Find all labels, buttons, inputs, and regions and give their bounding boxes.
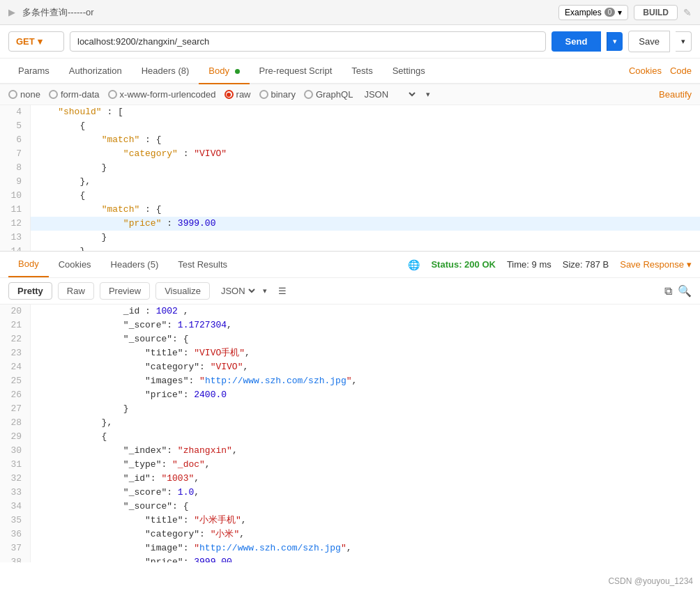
form-data-radio[interactable]: [49, 90, 58, 99]
send-button[interactable]: Send: [551, 31, 602, 52]
graphql-option[interactable]: GraphQL: [304, 89, 353, 100]
urlencoded-option[interactable]: x-www-form-urlencoded: [108, 89, 216, 100]
none-label: none: [20, 89, 40, 100]
line-num-9: 9: [0, 175, 31, 189]
resp-line-22: 22 "_source": {: [0, 332, 700, 346]
copy-icon[interactable]: ⧉: [664, 285, 672, 298]
binary-radio[interactable]: [259, 90, 268, 99]
resp-line-29: 29 {: [0, 430, 700, 444]
tab-authorization[interactable]: Authorization: [59, 59, 132, 84]
line-num-7: 7: [0, 147, 31, 161]
expand-arrow-icon[interactable]: ▶: [8, 7, 15, 17]
resp-format-select[interactable]: JSON Text HTML XML: [218, 285, 257, 297]
line-content-9: },: [31, 175, 91, 189]
format-dropdown-icon: ▾: [426, 90, 430, 99]
cookies-link[interactable]: Cookies: [629, 66, 662, 76]
resp-line-content-23: "title": "VIVO手机",: [31, 346, 250, 360]
urlencoded-radio[interactable]: [108, 90, 117, 99]
resp-line-content-37: "image": "http://www.szh.com/szh.jpg",: [31, 541, 352, 555]
resp-line-num-29: 29: [0, 430, 31, 444]
format-preview-button[interactable]: Preview: [100, 282, 150, 300]
resp-tab-headers[interactable]: Headers (5): [101, 252, 169, 277]
resp-line-38: 38 "price": 3999.00: [0, 555, 700, 562]
line-content-5: {: [31, 119, 85, 133]
body-type-bar: none form-data x-www-form-urlencoded raw…: [0, 84, 700, 105]
format-pretty-button[interactable]: Pretty: [8, 282, 52, 300]
code-line-6: 6 "match" : {: [0, 133, 700, 147]
resp-line-content-31: "_type": "_doc",: [31, 458, 211, 472]
method-select[interactable]: GET ▾: [8, 31, 64, 52]
code-link[interactable]: Code: [670, 66, 692, 76]
line-content-13: }: [31, 231, 107, 245]
tab-headers[interactable]: Headers (8): [132, 59, 199, 84]
none-option[interactable]: none: [8, 89, 40, 100]
top-bar: ▶ 多条件查询------or Examples 0 ▾ BUILD ✎: [0, 0, 700, 25]
examples-label: Examples: [565, 8, 602, 17]
resp-line-num-28: 28: [0, 416, 31, 430]
tab-body[interactable]: Body: [199, 59, 249, 84]
resp-line-33: 33 "_score": 1.0,: [0, 486, 700, 500]
save-response-button[interactable]: Save Response ▾: [620, 259, 692, 270]
line-num-6: 6: [0, 133, 31, 147]
tab-tests[interactable]: Tests: [342, 59, 382, 84]
pencil-icon[interactable]: ✎: [683, 7, 692, 18]
tab-pre-request-script[interactable]: Pre-request Script: [250, 59, 342, 84]
line-num-8: 8: [0, 161, 31, 175]
save-response-label: Save Response: [620, 259, 684, 270]
save-response-dropdown-icon: ▾: [687, 259, 692, 270]
top-bar-left: ▶ 多条件查询------or: [8, 6, 94, 19]
tab-params[interactable]: Params: [8, 59, 59, 84]
request-code-editor[interactable]: 4 "should" : [ 5 { 6 "match" : { 7 "cate…: [0, 105, 700, 252]
resp-line-31: 31 "_type": "_doc",: [0, 458, 700, 472]
line-content-12: "price" : 3999.00: [31, 217, 215, 231]
search-icon[interactable]: 🔍: [678, 284, 692, 298]
save-button[interactable]: Save: [628, 31, 670, 52]
resp-line-23: 23 "title": "VIVO手机",: [0, 346, 700, 360]
resp-line-content-35: "title": "小米手机",: [31, 514, 247, 527]
graphql-label: GraphQL: [316, 89, 353, 100]
beautify-button[interactable]: Beautify: [659, 89, 692, 100]
resp-tab-test-results[interactable]: Test Results: [168, 252, 237, 277]
none-radio[interactable]: [8, 90, 17, 99]
line-content-4: "should" : [: [31, 105, 123, 119]
line-content-11: "match" : {: [31, 203, 161, 217]
examples-dropdown-icon: ▾: [618, 8, 622, 17]
build-button[interactable]: BUILD: [634, 5, 678, 20]
response-code-editor[interactable]: 20 _id : 1002 , 21 "_score": 1.1727304, …: [0, 305, 700, 562]
binary-label: binary: [271, 89, 296, 100]
resp-line-content-21: "_score": 1.1727304,: [31, 318, 232, 332]
raw-option[interactable]: raw: [225, 89, 251, 100]
status-text: Status: 200 OK: [431, 259, 495, 270]
send-dropdown-button[interactable]: ▾: [607, 32, 623, 51]
resp-line-32: 32 "_id": "1003",: [0, 472, 700, 486]
format-select[interactable]: JSON Text JavaScript HTML XML: [361, 88, 418, 100]
resp-tab-cookies[interactable]: Cookies: [49, 252, 101, 277]
url-input[interactable]: [70, 31, 546, 52]
form-data-option[interactable]: form-data: [49, 89, 100, 100]
tab-settings[interactable]: Settings: [383, 59, 435, 84]
tabs-right: Cookies Code: [629, 66, 692, 76]
resp-line-num-25: 25: [0, 374, 31, 388]
resp-line-num-23: 23: [0, 346, 31, 360]
resp-line-num-37: 37: [0, 541, 31, 555]
binary-option[interactable]: binary: [259, 89, 296, 100]
resp-line-content-38: "price": 3999.00: [31, 555, 232, 562]
time-text: Time: 9 ms: [507, 259, 551, 270]
lines-icon[interactable]: ☰: [278, 286, 287, 296]
resp-tab-body[interactable]: Body: [8, 252, 49, 277]
graphql-radio[interactable]: [304, 90, 313, 99]
format-raw-button[interactable]: Raw: [58, 282, 94, 300]
form-data-label: form-data: [61, 89, 100, 100]
raw-radio[interactable]: [225, 90, 234, 99]
resp-line-34: 34 "_source": {: [0, 500, 700, 514]
resp-line-num-24: 24: [0, 360, 31, 374]
save-dropdown-button[interactable]: ▾: [676, 31, 692, 52]
format-icons: ⧉ 🔍: [664, 284, 692, 298]
resp-line-content-27: }: [31, 402, 129, 416]
format-visualize-button[interactable]: Visualize: [155, 282, 210, 300]
resp-line-content-20: _id : 1002 ,: [31, 305, 188, 318]
urlencoded-label: x-www-form-urlencoded: [120, 89, 216, 100]
resp-line-28: 28 },: [0, 416, 700, 430]
examples-button[interactable]: Examples 0 ▾: [558, 5, 628, 20]
resp-line-36: 36 "category": "小米",: [0, 527, 700, 541]
